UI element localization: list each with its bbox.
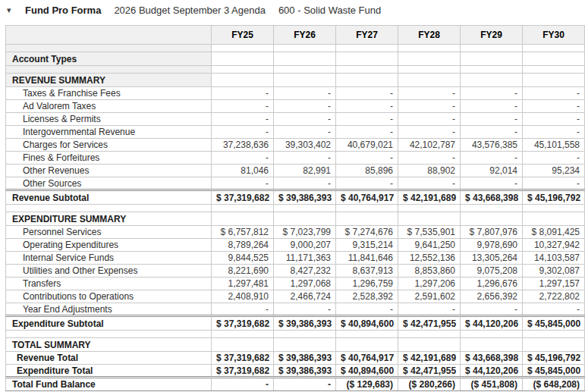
row-label: Revenue Total bbox=[6, 352, 212, 365]
row-transfers: Transfers1,297,4811,297,0681,296,7591,29… bbox=[6, 278, 585, 290]
row-label bbox=[6, 45, 212, 52]
row-label: Licenses & Permits bbox=[6, 113, 212, 126]
value-cell bbox=[212, 331, 274, 338]
row-taxes-franchise-fees: Taxes & Franchise Fees------ bbox=[6, 87, 585, 100]
value-cell: 82,991 bbox=[274, 165, 336, 177]
value-cell bbox=[398, 331, 461, 338]
value-cell: - bbox=[461, 152, 523, 165]
value-cell: $ 42,191,689 bbox=[398, 352, 461, 365]
value-cell: - bbox=[274, 378, 336, 392]
value-cell: $ 6,757,812 bbox=[212, 226, 274, 239]
row-label bbox=[6, 66, 212, 74]
value-cell: $ 39,386,393 bbox=[274, 365, 336, 378]
value-cell: - bbox=[523, 303, 585, 316]
value-cell: - bbox=[461, 100, 523, 113]
value-cell bbox=[523, 205, 585, 212]
value-cell bbox=[336, 66, 398, 74]
value-cell bbox=[274, 45, 336, 52]
row-label: Contributions to Operations bbox=[6, 290, 212, 303]
value-cell: $ 37,319,682 bbox=[212, 352, 274, 365]
value-cell: - bbox=[274, 113, 336, 126]
value-cell bbox=[398, 205, 461, 212]
value-cell: 42,102,787 bbox=[398, 139, 461, 152]
column-header-fy27: FY27 bbox=[336, 26, 398, 45]
value-cell: 2,591,602 bbox=[398, 290, 461, 303]
value-cell: - bbox=[523, 177, 585, 190]
row-label: Other Revenues bbox=[6, 165, 212, 177]
value-cell: - bbox=[212, 152, 274, 165]
value-cell bbox=[336, 74, 398, 87]
value-cell bbox=[336, 212, 398, 226]
value-cell: $ 7,023,799 bbox=[274, 226, 336, 239]
value-cell bbox=[398, 338, 461, 352]
row-label bbox=[6, 331, 212, 338]
value-cell bbox=[398, 66, 461, 74]
value-cell: 2,528,392 bbox=[336, 290, 398, 303]
value-cell: - bbox=[523, 100, 585, 113]
spacer-row bbox=[6, 331, 585, 338]
row-other-sources: Other Sources------ bbox=[6, 177, 585, 190]
value-cell bbox=[398, 45, 461, 52]
value-cell: 9,978,690 bbox=[461, 239, 523, 252]
value-cell bbox=[461, 331, 523, 338]
collapse-triangle-icon[interactable]: ▾ bbox=[7, 6, 17, 14]
value-cell: - bbox=[398, 177, 461, 190]
account-types-header-cell bbox=[6, 26, 212, 45]
value-cell: 1,297,157 bbox=[523, 278, 585, 290]
value-cell bbox=[274, 212, 336, 226]
value-cell: 92,014 bbox=[461, 165, 523, 177]
value-cell: 11,841,646 bbox=[336, 252, 398, 265]
value-cell: 8,853,860 bbox=[398, 265, 461, 278]
value-cell: $ 39,386,393 bbox=[274, 316, 336, 331]
row-revenue-subtotal: Revenue Subtotal$ 37,319,682$ 39,386,393… bbox=[6, 190, 585, 205]
row-label: Revenue Subtotal bbox=[6, 190, 212, 205]
value-cell: - bbox=[398, 100, 461, 113]
row-other-revenues: Other Revenues81,04682,99185,89688,90292… bbox=[6, 165, 585, 177]
value-cell bbox=[461, 52, 523, 66]
value-cell: - bbox=[523, 87, 585, 100]
value-cell: 9,315,214 bbox=[336, 239, 398, 252]
value-cell bbox=[461, 205, 523, 212]
value-cell: ($ 451,808) bbox=[461, 378, 523, 392]
value-cell: - bbox=[336, 100, 398, 113]
row-charges-for-services: Charges for Services37,238,63639,303,402… bbox=[6, 139, 585, 152]
table-body: Account TypesREVENUE SUMMARYTaxes & Fran… bbox=[6, 45, 585, 392]
value-cell: - bbox=[274, 177, 336, 190]
value-cell: 8,637,913 bbox=[336, 265, 398, 278]
value-cell: - bbox=[523, 126, 585, 139]
value-cell: $ 45,845,000 bbox=[523, 316, 585, 331]
value-cell: 81,046 bbox=[212, 165, 274, 177]
row-ad-valorem-taxes: Ad Valorem Taxes------ bbox=[6, 100, 585, 113]
value-cell: - bbox=[212, 87, 274, 100]
row-label: Other Sources bbox=[6, 177, 212, 190]
value-cell bbox=[212, 205, 274, 212]
row-intergovernmental-revenue: Intergovernmental Revenue------ bbox=[6, 126, 585, 139]
row-label: Ad Valorem Taxes bbox=[6, 100, 212, 113]
value-cell: - bbox=[461, 126, 523, 139]
value-cell: - bbox=[398, 152, 461, 165]
value-cell: - bbox=[212, 126, 274, 139]
value-cell bbox=[274, 338, 336, 352]
table-header-row: FY25FY26FY27FY28FY29FY30 bbox=[6, 26, 585, 45]
value-cell bbox=[398, 74, 461, 87]
value-cell: - bbox=[461, 113, 523, 126]
row-contributions-to-operations: Contributions to Operations2,408,9102,46… bbox=[6, 290, 585, 303]
value-cell bbox=[523, 338, 585, 352]
value-cell: $ 40,894,600 bbox=[336, 316, 398, 331]
value-cell: $ 40,764,917 bbox=[336, 190, 398, 205]
value-cell: - bbox=[336, 152, 398, 165]
spacer-row bbox=[6, 205, 585, 212]
row-year-end-adjustments: Year End Adjustments------ bbox=[6, 303, 585, 316]
value-cell: $ 7,274,676 bbox=[336, 226, 398, 239]
row-label bbox=[6, 205, 212, 212]
value-cell bbox=[461, 212, 523, 226]
value-cell: 2,466,724 bbox=[274, 290, 336, 303]
value-cell: 9,641,250 bbox=[398, 239, 461, 252]
row-licenses-permits: Licenses & Permits------ bbox=[6, 113, 585, 126]
row-label: Intergovernmental Revenue bbox=[6, 126, 212, 139]
value-cell: 45,101,558 bbox=[523, 139, 585, 152]
value-cell bbox=[336, 45, 398, 52]
value-cell: - bbox=[274, 126, 336, 139]
value-cell: 39,303,402 bbox=[274, 139, 336, 152]
value-cell: - bbox=[461, 87, 523, 100]
